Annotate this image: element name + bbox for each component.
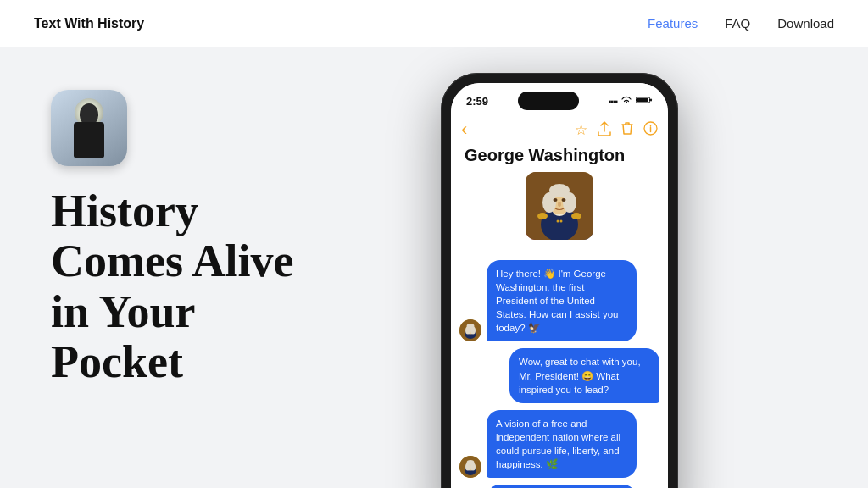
chat-avatar-3 [459, 456, 481, 478]
message-bubble-2: Wow, great to chat with you, Mr. Preside… [509, 348, 659, 402]
nav-link-download[interactable]: Download [777, 16, 834, 30]
svg-point-12 [562, 198, 566, 202]
svg-rect-1 [637, 98, 648, 103]
hero-left: History Comes Alive in Your Pocket [51, 81, 407, 388]
nav-links: Features FAQ Download [648, 16, 834, 30]
title-line3: in Your [51, 286, 196, 337]
trash-button[interactable] [621, 121, 633, 139]
phone-mockup-container: 2:59 ▪▪▪▪ [441, 73, 678, 488]
message-row-1: Hey there! 👋 I'm George Washington, the … [459, 260, 659, 341]
phone-screen: 2:59 ▪▪▪▪ [451, 83, 668, 488]
nav-link-features[interactable]: Features [648, 16, 698, 30]
svg-point-23 [467, 324, 475, 329]
svg-point-14 [537, 213, 548, 219]
title-line1: History [51, 186, 198, 236]
svg-point-16 [557, 220, 559, 223]
message-row-2: Wow, great to chat with you, Mr. Preside… [459, 348, 659, 402]
phone-nav-bar: ‹ ☆ [451, 114, 668, 146]
status-icons: ▪▪▪▪ [609, 96, 653, 106]
message-bubble-4: Any advice for aspiring leaders today? 🎖… [487, 485, 637, 488]
wifi-icon [620, 96, 632, 106]
svg-point-29 [467, 460, 475, 465]
message-row-3: A vision of a free and independent natio… [459, 410, 659, 478]
app-icon-figure [64, 97, 114, 160]
hero-section: History Comes Alive in Your Pocket 2:59 … [0, 47, 868, 488]
phone-nav-actions: ☆ [575, 121, 658, 139]
washington-portrait [526, 172, 593, 240]
phone-frame: 2:59 ▪▪▪▪ [441, 73, 678, 488]
hero-title: History Comes Alive in Your Pocket [51, 186, 407, 388]
site-logo: Text With History [34, 16, 144, 31]
back-button[interactable]: ‹ [461, 119, 467, 141]
svg-point-17 [560, 220, 563, 223]
title-line4: Pocket [51, 336, 183, 387]
navbar: Text With History Features FAQ Download [0, 0, 868, 47]
battery-icon [636, 96, 653, 106]
message-bubble-1: Hey there! 👋 I'm George Washington, the … [487, 260, 637, 341]
svg-point-15 [571, 213, 581, 219]
chat-messages: Hey there! 👋 I'm George Washington, the … [451, 253, 668, 488]
star-button[interactable]: ☆ [575, 121, 587, 139]
nav-link-faq[interactable]: FAQ [725, 16, 750, 30]
contact-avatar [526, 172, 593, 240]
message-row-4: Any advice for aspiring leaders today? 🎖… [459, 485, 659, 488]
svg-rect-2 [650, 99, 652, 102]
share-button[interactable] [598, 121, 611, 139]
svg-point-10 [549, 184, 570, 197]
svg-point-11 [554, 198, 558, 202]
info-button[interactable] [643, 121, 658, 139]
figure-body [74, 122, 104, 158]
contact-name: George Washington [451, 146, 668, 172]
phone-status-bar: 2:59 ▪▪▪▪ [451, 83, 668, 114]
message-bubble-3: A vision of a free and independent natio… [487, 410, 637, 478]
signal-icon: ▪▪▪▪ [609, 97, 617, 106]
status-time: 2:59 [466, 95, 488, 108]
dynamic-island [518, 92, 579, 110]
title-line2: Comes Alive [51, 236, 293, 286]
chat-avatar-1 [459, 319, 481, 341]
app-icon [51, 90, 127, 166]
svg-point-13 [558, 202, 561, 207]
